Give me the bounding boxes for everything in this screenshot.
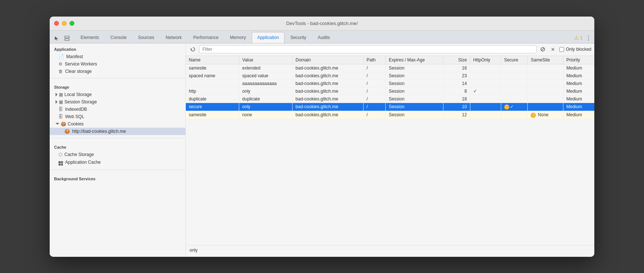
cursor-icon[interactable]: [53, 34, 61, 42]
sidebar-session-storage-label: Session Storage: [64, 99, 97, 104]
cell-domain: bad-cookies.glitch.me: [293, 95, 364, 103]
cell-httponly: [470, 111, 501, 119]
clear-button[interactable]: ✕: [549, 45, 557, 53]
sidebar-item-manifest[interactable]: 📄 Manifest: [50, 53, 185, 60]
col-size[interactable]: Size: [443, 56, 470, 64]
cell-secure: [501, 87, 528, 95]
cell-value: only: [239, 103, 293, 111]
col-expires[interactable]: Expires / Max-Age: [386, 56, 443, 64]
sidebar-cache-storage-label: Cache Storage: [64, 152, 94, 157]
tab-security[interactable]: Security: [285, 32, 312, 43]
window-title: DevTools - bad-cookies.glitch.me/: [286, 21, 358, 26]
cell-path: /: [364, 72, 386, 79]
cell-expires: Session: [386, 79, 443, 87]
tab-audits[interactable]: Audits: [312, 32, 335, 43]
cell-expires: Session: [386, 64, 443, 72]
table-row[interactable]: aaaaaaaaaaaaaabad-cookies.glitch.me/Sess…: [186, 79, 594, 87]
tab-elements[interactable]: Elements: [75, 32, 105, 43]
cell-httponly: [470, 64, 501, 72]
col-samesite[interactable]: SameSite: [528, 56, 563, 64]
col-secure[interactable]: Secure: [501, 56, 528, 64]
tab-performance[interactable]: Performance: [188, 32, 224, 43]
cell-expires: Session: [386, 103, 443, 111]
tab-sources[interactable]: Sources: [132, 32, 160, 43]
sidebar-item-cache-storage[interactable]: ⬡ Cache Storage: [50, 151, 185, 158]
cookies-triangle: [56, 123, 59, 125]
tab-console[interactable]: Console: [105, 32, 132, 43]
cell-name: duplicate: [186, 95, 239, 103]
samesite-value: None: [537, 112, 548, 117]
sidebar-item-application-cache[interactable]: Application Cache: [50, 158, 185, 167]
manifest-icon: 📄: [59, 54, 64, 59]
table-row[interactable]: secureonlybad-cookies.glitch.me/Session1…: [186, 103, 594, 111]
cell-priority: Medium: [563, 64, 595, 72]
sidebar-indexeddb-label: IndexedDB: [65, 107, 87, 112]
cell-samesite: ⓘ None: [528, 111, 563, 119]
sidebar-item-clear-storage[interactable]: 🗑 Clear storage: [50, 68, 185, 75]
table-row[interactable]: duplicateduplicatebad-cookies.glitch.me/…: [186, 95, 594, 103]
cell-size: 18: [443, 95, 470, 103]
cell-size: 16: [443, 64, 470, 72]
traffic-lights: [54, 21, 74, 26]
sidebar-item-cookie-url[interactable]: 🍪 http://bad-cookies.glitch.me: [50, 128, 185, 135]
tab-network[interactable]: Network: [160, 32, 187, 43]
sidebar-item-websql[interactable]: 🗄 Web SQL: [50, 113, 185, 120]
only-blocked-checkbox[interactable]: [559, 47, 564, 52]
sidebar-item-service-workers[interactable]: ⚙ Service Workers: [50, 60, 185, 68]
cell-secure: [501, 64, 528, 72]
cell-size: 23: [443, 72, 470, 79]
cell-domain: bad-cookies.glitch.me: [293, 103, 364, 111]
block-icon[interactable]: [539, 45, 547, 53]
cell-expires: Session: [386, 111, 443, 119]
col-httponly[interactable]: HttpOnly: [470, 56, 501, 64]
cell-name: samesite: [186, 64, 239, 72]
cell-httponly: [470, 95, 501, 103]
maximize-button[interactable]: [70, 21, 74, 26]
cell-priority: Medium: [563, 87, 595, 95]
cell-secure: ⓘ✓: [501, 103, 528, 111]
close-button[interactable]: [54, 21, 59, 26]
cell-domain: bad-cookies.glitch.me: [293, 64, 364, 72]
sidebar: Application 📄 Manifest ⚙ Service Workers…: [50, 43, 186, 257]
tab-application[interactable]: Application: [252, 32, 284, 43]
warning-badge[interactable]: ⚠ 1: [574, 35, 583, 41]
table-row[interactable]: httponlybad-cookies.glitch.me/Session8✓M…: [186, 87, 594, 95]
table-row[interactable]: samesitenonebad-cookies.glitch.me/Sessio…: [186, 111, 594, 119]
cell-httponly: [470, 72, 501, 79]
filter-input[interactable]: [199, 45, 537, 53]
sidebar-item-indexeddb[interactable]: 🗄 IndexedDB: [50, 106, 185, 113]
tab-memory[interactable]: Memory: [224, 32, 251, 43]
col-priority[interactable]: Priority: [563, 56, 595, 64]
titlebar: DevTools - bad-cookies.glitch.me/: [50, 17, 594, 31]
cell-httponly: ✓: [470, 87, 501, 95]
sidebar-cache-header: Cache: [50, 141, 185, 151]
sidebar-item-session-storage[interactable]: ▦ Session Storage: [50, 98, 185, 106]
table-row[interactable]: samesiteextendedbad-cookies.glitch.me/Se…: [186, 64, 594, 72]
cell-size: 10: [443, 103, 470, 111]
sidebar-local-storage-label: Local Storage: [64, 92, 92, 97]
session-storage-icon: ▦: [59, 99, 63, 104]
refresh-button[interactable]: [189, 45, 197, 53]
indexeddb-icon: 🗄: [59, 107, 63, 112]
table-row[interactable]: spaced namespaced valuebad-cookies.glitc…: [186, 72, 594, 79]
col-path[interactable]: Path: [364, 56, 386, 64]
col-domain[interactable]: Domain: [293, 56, 364, 64]
col-value[interactable]: Value: [239, 56, 293, 64]
cell-name: http: [186, 87, 239, 95]
cookies-table-container: Name Value Domain Path Expires / Max-Age…: [186, 56, 594, 245]
session-storage-triangle: [56, 100, 57, 104]
divider-3: [50, 170, 185, 170]
dock-icon[interactable]: [63, 34, 71, 42]
more-options-button[interactable]: ⋮: [585, 35, 591, 42]
col-name[interactable]: Name: [186, 56, 239, 64]
minimize-button[interactable]: [62, 21, 67, 26]
sidebar-item-cookies[interactable]: 🍪 Cookies: [50, 120, 185, 128]
sidebar-item-local-storage[interactable]: ▦ Local Storage: [50, 91, 185, 98]
cell-name: [186, 79, 239, 87]
local-storage-icon: ▦: [59, 92, 63, 97]
cell-value: aaaaaaaaaaaaaa: [239, 79, 293, 87]
cell-secure: [501, 79, 528, 87]
cell-httponly: [470, 103, 501, 111]
cell-priority: Medium: [563, 79, 595, 87]
cell-size: 8: [443, 87, 470, 95]
